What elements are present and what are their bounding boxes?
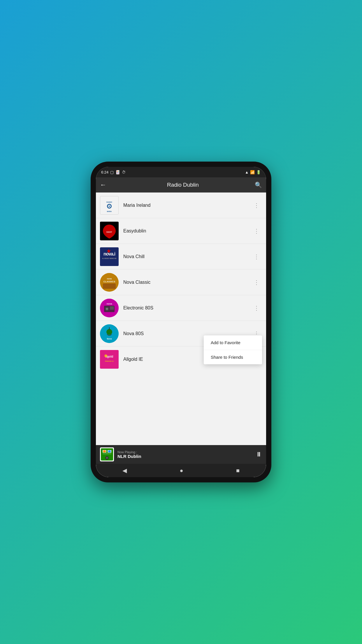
radio-logo-easy: EASY bbox=[100, 222, 119, 240]
more-button[interactable]: ⋮ bbox=[251, 251, 262, 262]
svg-text:internet ra: internet ra bbox=[105, 360, 114, 362]
pause-button[interactable]: ⏸ bbox=[256, 451, 262, 458]
svg-text:AL MUSIC  NEWS NO: AL MUSIC NEWS NO bbox=[102, 258, 116, 259]
radio-logo-nova-chill: nova.i AL MUSIC NEWS NO bbox=[100, 247, 119, 266]
battery-icon: 🔋 bbox=[256, 170, 261, 174]
more-button[interactable]: ⋮ bbox=[251, 200, 262, 211]
status-right: ▲ 📶 🔋 bbox=[245, 170, 261, 174]
status-bar: 6:24 ▢ 🃏 ⏱ ▲ 📶 🔋 bbox=[96, 167, 266, 177]
radio-logo-nova80s: Nova bbox=[100, 324, 119, 343]
phone-frame: 6:24 ▢ 🃏 ⏱ ▲ 📶 🔋 ← Radio Dublin 🔍 bbox=[91, 162, 271, 482]
svg-rect-15 bbox=[103, 284, 116, 289]
svg-point-30 bbox=[104, 354, 107, 357]
radio-name: Maria Ireland bbox=[123, 203, 251, 208]
nav-back-button[interactable]: ◀ bbox=[122, 467, 127, 474]
radio-logo-maria: RADIO MARIA bbox=[100, 196, 119, 215]
svg-point-20 bbox=[106, 308, 108, 310]
now-playing-bar: Now Playing : NLR Dublin ⏸ bbox=[96, 445, 266, 464]
list-item[interactable]: nova CLASSICS Nova Classic ⋮ bbox=[96, 270, 266, 295]
nav-home-button[interactable]: ● bbox=[180, 467, 183, 474]
add-favorite-button[interactable]: Add to Favorite bbox=[204, 335, 262, 350]
svg-rect-36 bbox=[108, 450, 111, 452]
svg-point-24 bbox=[106, 329, 112, 335]
now-playing-info: Now Playing : NLR Dublin bbox=[117, 450, 256, 459]
status-time: 6:24 bbox=[101, 170, 108, 174]
svg-text:Nova: Nova bbox=[107, 338, 112, 340]
toolbar-title: Radio Dublin bbox=[111, 182, 255, 188]
list-item[interactable]: nova Electronic 80S ⋮ bbox=[96, 295, 266, 321]
now-playing-title: NLR Dublin bbox=[117, 454, 256, 459]
status-icon-sim: 🃏 bbox=[115, 170, 120, 174]
svg-rect-27 bbox=[100, 350, 119, 369]
svg-rect-37 bbox=[103, 454, 111, 454]
radio-name: Easydublin bbox=[123, 228, 251, 234]
svg-text:nova: nova bbox=[107, 278, 112, 280]
svg-rect-8 bbox=[100, 247, 119, 266]
radio-logo-nova-classic: nova CLASSICS bbox=[100, 273, 119, 292]
radio-name: Nova Classic bbox=[123, 280, 251, 285]
phone-screen: 6:24 ▢ 🃏 ⏱ ▲ 📶 🔋 ← Radio Dublin 🔍 bbox=[96, 167, 266, 477]
svg-rect-21 bbox=[110, 307, 114, 308]
back-button[interactable]: ← bbox=[100, 181, 106, 189]
list-item[interactable]: RADIO MARIA Maria Ireland ⋮ bbox=[96, 192, 266, 218]
radio-list-area: RADIO MARIA Maria Ireland ⋮ bbox=[96, 192, 266, 445]
toolbar: ← Radio Dublin 🔍 bbox=[96, 177, 266, 192]
more-button[interactable]: ⋮ bbox=[251, 302, 262, 314]
search-button[interactable]: 🔍 bbox=[255, 181, 262, 188]
nav-recents-button[interactable]: ■ bbox=[236, 467, 240, 474]
status-icon-clock: ⏱ bbox=[122, 170, 126, 174]
more-button[interactable]: ⋮ bbox=[251, 225, 262, 237]
svg-rect-34 bbox=[103, 450, 106, 452]
share-friends-button[interactable]: Share to Friends bbox=[204, 350, 262, 364]
list-item[interactable]: EASY Easydublin ⋮ bbox=[96, 218, 266, 244]
svg-rect-22 bbox=[110, 308, 114, 309]
more-button[interactable]: ⋮ bbox=[251, 276, 262, 288]
radio-logo-electronic: nova bbox=[100, 299, 119, 317]
svg-text:RADIO: RADIO bbox=[106, 201, 112, 203]
now-playing-logo bbox=[100, 447, 114, 461]
context-menu: Add to Favorite Share to Friends bbox=[204, 335, 262, 364]
list-item[interactable]: nova.i AL MUSIC NEWS NO Nova Chill ⋮ bbox=[96, 244, 266, 270]
status-left: 6:24 ▢ 🃏 ⏱ bbox=[101, 170, 126, 174]
radio-logo-allgold: llgold internet ra bbox=[100, 350, 119, 369]
status-icon-square: ▢ bbox=[110, 170, 114, 174]
svg-point-4 bbox=[109, 206, 110, 207]
svg-text:nova: nova bbox=[107, 302, 112, 305]
radio-name: Nova Chill bbox=[123, 254, 251, 259]
svg-point-39 bbox=[106, 457, 108, 459]
svg-text:MARIA: MARIA bbox=[107, 211, 112, 212]
wifi-icon: ▲ bbox=[245, 170, 249, 174]
svg-text:EASY: EASY bbox=[106, 231, 112, 233]
now-playing-label: Now Playing : bbox=[117, 450, 256, 454]
radio-name: Electronic 80S bbox=[123, 305, 251, 311]
nav-bar: ◀ ● ■ bbox=[96, 464, 266, 477]
svg-text:CLASSICS: CLASSICS bbox=[103, 280, 115, 283]
signal-icon: 📶 bbox=[250, 170, 255, 174]
